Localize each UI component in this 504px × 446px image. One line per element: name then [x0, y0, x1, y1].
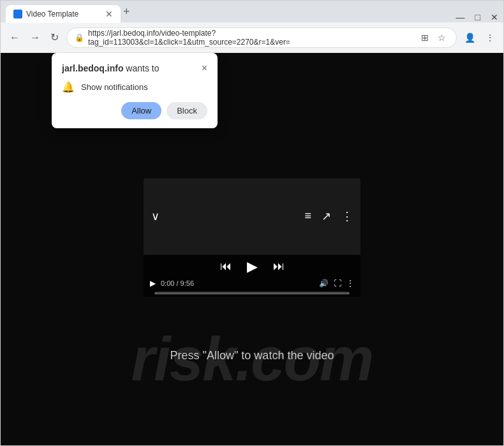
- more-options-icon[interactable]: ⋮: [341, 209, 353, 223]
- page-content: risk.com ∨ ≡ ↗ ⋮ ⏮ ▶ ⏭: [1, 53, 503, 445]
- progress-track[interactable]: [154, 292, 350, 294]
- browser-window: Video Template ✕ + — □ ✕ ← → ↻ 🔒 https:/…: [0, 0, 504, 446]
- url-text: https://jarl.bedoq.info/video-template?t…: [88, 29, 415, 47]
- forward-button[interactable]: →: [27, 29, 43, 46]
- playback-buttons: ⏮ ▶ ⏭: [220, 258, 285, 275]
- popup-close-button[interactable]: ×: [202, 63, 207, 73]
- profile-icon[interactable]: 👤: [462, 30, 478, 45]
- url-bar[interactable]: 🔒 https://jarl.bedoq.info/video-template…: [66, 27, 457, 48]
- skip-forward-button[interactable]: ⏭: [273, 260, 285, 273]
- play-small-button[interactable]: ▶: [150, 279, 156, 288]
- back-button[interactable]: ←: [7, 29, 22, 46]
- video-player: ∨ ≡ ↗ ⋮ ⏮ ▶ ⏭ ▶ 0:00 / 9:56: [144, 178, 360, 297]
- tab-bar: Video Template ✕ + — □ ✕: [1, 1, 503, 22]
- refresh-button[interactable]: ↻: [48, 29, 61, 46]
- lock-icon: 🔒: [75, 33, 84, 42]
- play-button[interactable]: ▶: [247, 258, 258, 275]
- tab-label: Video Template: [26, 10, 78, 19]
- toolbar-right: 👤 ⋮: [462, 30, 497, 45]
- collapse-button[interactable]: ∨: [151, 209, 159, 223]
- menu-icon[interactable]: ⋮: [483, 30, 497, 45]
- address-bar: ← → ↻ 🔒 https://jarl.bedoq.info/video-te…: [1, 22, 503, 53]
- tab-favicon: [13, 10, 22, 19]
- notification-label: Show notifications: [81, 82, 148, 92]
- fullscreen-button[interactable]: ⛶: [334, 279, 341, 288]
- bottom-right-controls: 🔊 ⛶ ⋮: [319, 279, 354, 288]
- bell-icon: 🔔: [62, 81, 75, 93]
- url-actions: ⊞ ☆: [419, 30, 448, 45]
- tab-close-button[interactable]: ✕: [105, 9, 113, 19]
- more-video-options[interactable]: ⋮: [346, 279, 354, 288]
- translate-icon[interactable]: ⊞: [419, 30, 431, 45]
- close-button[interactable]: ✕: [491, 12, 498, 22]
- time-display: 0:00 / 9:56: [161, 279, 194, 287]
- allow-button[interactable]: Allow: [121, 102, 161, 119]
- popup-wants-to: wants to: [126, 63, 159, 73]
- bottom-controls: ▶ 0:00 / 9:56 🔊 ⛶ ⋮: [144, 278, 360, 289]
- window-controls: — □ ✕: [456, 12, 498, 22]
- popup-buttons: Allow Block: [62, 102, 207, 119]
- maximize-button[interactable]: □: [475, 12, 480, 22]
- block-button[interactable]: Block: [167, 102, 207, 119]
- volume-button[interactable]: 🔊: [319, 279, 329, 288]
- active-tab[interactable]: Video Template ✕: [6, 5, 121, 23]
- popup-notification-row: 🔔 Show notifications: [62, 81, 207, 93]
- share-icon[interactable]: ↗: [322, 209, 331, 223]
- video-controls: ⏮ ▶ ⏭ ▶ 0:00 / 9:56 🔊 ⛶ ⋮: [144, 255, 360, 297]
- notification-popup: jarl.bedoq.info wants to × 🔔 Show notifi…: [52, 53, 218, 128]
- popup-title: jarl.bedoq.info wants to: [62, 63, 159, 73]
- video-top-controls: ∨ ≡ ↗ ⋮: [144, 205, 360, 227]
- popup-site-name: jarl.bedoq.info: [62, 63, 123, 73]
- progress-bar-row: [154, 292, 350, 294]
- minimize-button[interactable]: —: [456, 12, 465, 22]
- skip-back-button[interactable]: ⏮: [220, 260, 232, 273]
- video-top-right: ≡ ↗ ⋮: [304, 209, 353, 223]
- bookmark-icon[interactable]: ☆: [435, 30, 448, 45]
- popup-header: jarl.bedoq.info wants to ×: [62, 63, 207, 73]
- new-tab-button[interactable]: +: [123, 5, 130, 19]
- playlist-icon[interactable]: ≡: [304, 209, 311, 223]
- press-allow-text: Press "Allow" to watch the video: [1, 349, 503, 362]
- video-area: ∨ ≡ ↗ ⋮: [144, 178, 360, 255]
